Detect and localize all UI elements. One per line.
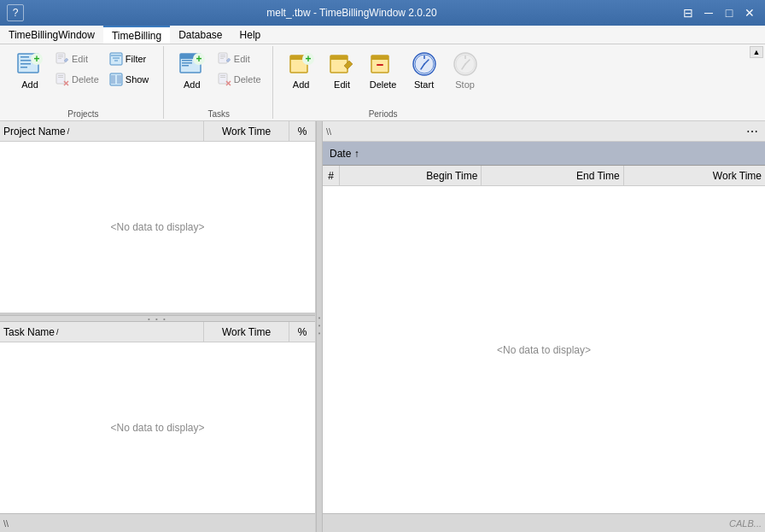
periods-no-data: <No data to display> [323, 186, 765, 513]
app-logo: CALB... [729, 518, 762, 529]
svg-rect-12 [58, 75, 63, 76]
periods-edit-label: Edit [334, 79, 350, 90]
projects-small-buttons: Edit Delete [51, 46, 103, 89]
periods-start-button[interactable]: Start [405, 46, 444, 94]
periods-start-icon [411, 50, 438, 78]
periods-stop-icon [452, 50, 479, 78]
periods-table: Date ↑ # Begin Time End Time Work Time <… [323, 142, 765, 513]
projects-col-percent-label: % [298, 126, 307, 137]
projects-filter-icon [109, 52, 123, 66]
svg-rect-2 [20, 60, 32, 61]
svg-rect-31 [220, 55, 225, 56]
projects-add-icon: + [16, 50, 44, 78]
periods-group-label: Periods [282, 108, 485, 119]
tasks-sort-icon: / [56, 328, 59, 336]
right-panel: \\ ⋯ Date ↑ # Begin Time End Time Work T… [323, 121, 765, 532]
left-panel: Project Name / Work Time % <No data to d… [0, 121, 316, 532]
projects-show-label: Show [126, 74, 149, 85]
projects-add-button[interactable]: + Add [10, 46, 50, 94]
svg-rect-16 [110, 53, 122, 65]
tasks-add-label: Add [184, 79, 201, 90]
periods-add-button[interactable]: + Add [282, 46, 321, 94]
svg-rect-4 [20, 67, 27, 68]
projects-col-percent[interactable]: % [289, 121, 315, 141]
tasks-col-percent[interactable]: % [289, 322, 315, 342]
tasks-col-worktime[interactable]: Work Time [204, 322, 289, 342]
tasks-group-label: Tasks [172, 108, 266, 119]
help-button[interactable]: ? [7, 4, 24, 21]
periods-col-work-label: Work Time [713, 170, 762, 182]
maximize-button[interactable]: □ [721, 4, 738, 21]
periods-col-begin[interactable]: Begin Time [340, 166, 482, 185]
tasks-small-buttons: Edit Delete [213, 46, 266, 89]
periods-edit-icon [329, 50, 356, 78]
svg-rect-3 [20, 63, 31, 65]
periods-stop-button[interactable]: Stop [446, 46, 485, 94]
periods-col-num-label: # [328, 170, 334, 182]
projects-edit-button[interactable]: Edit [51, 50, 103, 68]
right-toolbar-menu-button[interactable]: ⋯ [743, 125, 762, 138]
svg-rect-44 [330, 56, 347, 60]
projects-filter-button[interactable]: Filter [105, 50, 156, 68]
projects-sort-icon: / [67, 127, 70, 136]
projects-col-name[interactable]: Project Name / [0, 121, 204, 141]
svg-rect-8 [58, 55, 63, 56]
projects-no-data: <No data to display> [0, 142, 315, 313]
projects-delete-button[interactable]: Delete [51, 70, 103, 89]
periods-date-header[interactable]: Date ↑ [323, 142, 765, 166]
svg-rect-46 [371, 56, 388, 60]
vertical-splitter[interactable]: • • • [0, 315, 315, 322]
projects-col-name-label: Project Name [3, 126, 66, 137]
periods-buttons: + Add Edit [282, 46, 485, 108]
projects-add-label: Add [21, 79, 38, 90]
projects-col-worktime[interactable]: Work Time [204, 121, 289, 141]
periods-edit-button[interactable]: Edit [323, 46, 362, 94]
tasks-col-name[interactable]: Task Name / [0, 322, 204, 342]
projects-show-button[interactable]: Show [105, 70, 156, 89]
periods-date-label: Date ↑ [330, 148, 359, 160]
periods-col-headers: # Begin Time End Time Work Time [323, 166, 765, 186]
minimize-button[interactable]: ─ [700, 4, 717, 21]
tasks-delete-icon [218, 73, 231, 86]
periods-col-num: # [323, 166, 340, 185]
left-status-text: \\ [3, 518, 9, 529]
menu-database[interactable]: Database [170, 26, 231, 44]
close-button[interactable]: ✕ [741, 4, 758, 21]
tasks-buttons: + Add Edit [172, 46, 266, 108]
tasks-add-button[interactable]: + Add [172, 46, 212, 94]
svg-rect-26 [182, 62, 192, 64]
svg-rect-35 [220, 75, 225, 76]
right-status-bar: CALB... [323, 513, 765, 532]
projects-col-worktime-label: Work Time [222, 126, 271, 137]
svg-text:+: + [196, 53, 201, 65]
svg-text:+: + [305, 53, 311, 65]
periods-col-work[interactable]: Work Time [624, 166, 765, 185]
periods-start-label: Start [414, 79, 434, 90]
periods-delete-button[interactable]: Delete [364, 46, 403, 94]
projects-delete-icon [55, 73, 69, 86]
tasks-add-icon: + [178, 50, 206, 78]
tasks-col-worktime-label: Work Time [222, 326, 271, 338]
tasks-col-name-label: Task Name [3, 326, 55, 338]
tasks-delete-button[interactable]: Delete [213, 70, 266, 89]
menu-help[interactable]: Help [231, 26, 270, 44]
ribbon-collapse-button[interactable]: ▲ [750, 46, 763, 58]
title-bar: ? melt_.tbw - TimeBillingWindow 2.0.20 ⊟… [0, 0, 765, 26]
restore-button[interactable]: ⊟ [680, 4, 697, 21]
periods-stop-label: Stop [455, 79, 475, 90]
svg-rect-36 [220, 77, 225, 78]
main-content: Project Name / Work Time % <No data to d… [0, 121, 765, 532]
svg-text:+: + [33, 53, 39, 65]
svg-rect-1 [20, 56, 29, 58]
periods-col-end[interactable]: End Time [482, 166, 623, 185]
svg-rect-22 [117, 75, 121, 84]
menu-timebillingwindow[interactable]: TimeBillingWindow [0, 26, 103, 44]
tasks-table: Task Name / Work Time % <No data to disp… [0, 322, 315, 513]
projects-group-label: Projects [10, 108, 156, 119]
tasks-edit-label: Edit [234, 54, 250, 64]
svg-rect-32 [220, 56, 225, 57]
tasks-edit-button[interactable]: Edit [213, 50, 266, 68]
projects-delete-label: Delete [72, 74, 99, 85]
menu-timebilling[interactable]: TimeBilling [103, 26, 170, 44]
horizontal-splitter[interactable]: • • • [316, 121, 323, 532]
